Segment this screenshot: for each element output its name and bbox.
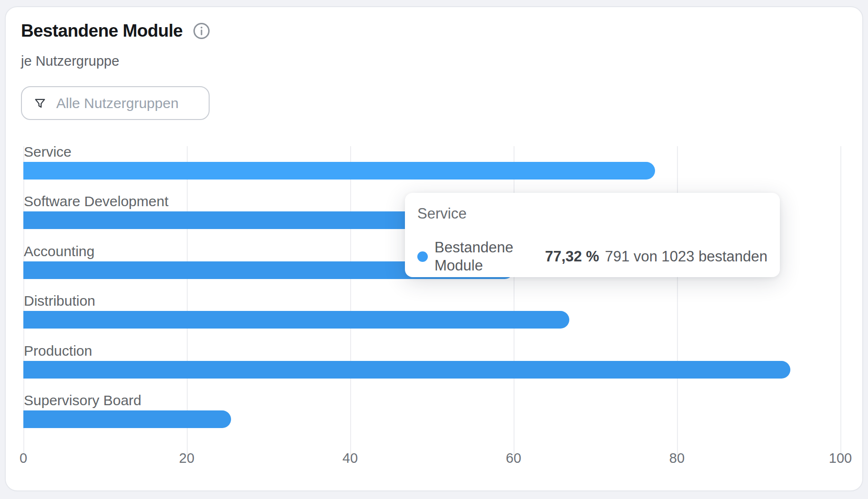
- row-label-distribution: Distribution: [24, 292, 95, 309]
- bar-service[interactable]: [23, 162, 655, 180]
- row-label-supervisory-board: Supervisory Board: [24, 392, 141, 409]
- gridline-20: [187, 146, 188, 456]
- x-axis-tick-40: 40: [343, 451, 358, 465]
- bar-distribution[interactable]: [23, 311, 569, 329]
- chart-card: Bestandene Module je Nutzergruppe Alle N…: [5, 6, 863, 491]
- bar-production[interactable]: [23, 361, 790, 379]
- tooltip-value-percent: 77,32 %: [545, 248, 599, 266]
- tooltip-title: Service: [417, 205, 767, 222]
- x-axis-tick-20: 20: [179, 451, 194, 465]
- series-dot-icon: [417, 251, 428, 262]
- gridline-40: [350, 146, 351, 456]
- tooltip-series-row: Bestandene Module 77,32 % 791 von 1023 b…: [417, 239, 767, 275]
- tooltip-series-label: Bestandene Module: [434, 239, 545, 275]
- row-label-accounting: Accounting: [24, 243, 94, 260]
- row-label-software-development: Software Development: [24, 193, 169, 210]
- x-axis-tick-80: 80: [669, 451, 685, 465]
- x-axis-tick-60: 60: [506, 451, 521, 465]
- gridline-100: [840, 146, 841, 456]
- x-axis-tick-100: 100: [829, 451, 852, 465]
- tooltip-value: 77,32 % 791 von 1023 bestanden: [545, 248, 767, 266]
- tooltip-value-detail: 791 von 1023 bestanden: [605, 248, 767, 266]
- bar-supervisory-board[interactable]: [23, 410, 231, 428]
- row-label-production: Production: [24, 342, 92, 359]
- chart-tooltip: Service Bestandene Module 77,32 % 791 vo…: [405, 193, 780, 277]
- x-axis-tick-0: 0: [20, 451, 27, 465]
- row-label-service: Service: [24, 143, 71, 160]
